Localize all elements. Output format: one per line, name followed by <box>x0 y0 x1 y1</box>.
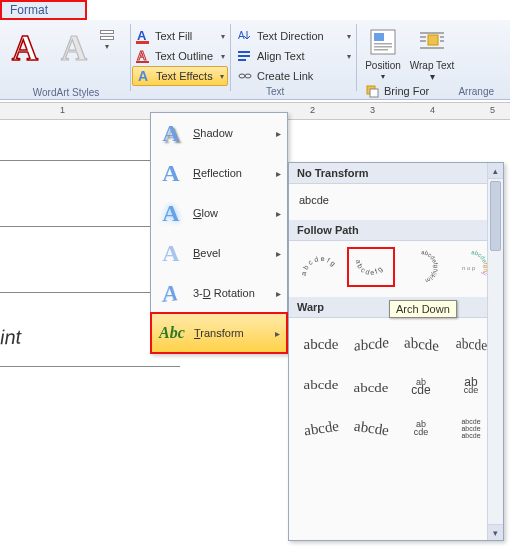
svg-rect-14 <box>374 46 392 48</box>
dropdown-arrow-icon: ▾ <box>220 72 224 81</box>
gallery-scrollbar[interactable]: ▴ ▾ <box>487 163 503 540</box>
text-fill-label: Text Fill <box>155 30 192 42</box>
svg-text:A: A <box>137 28 147 43</box>
warp-option[interactable]: abcde <box>347 324 395 364</box>
text-fill-icon: A <box>135 28 151 44</box>
svg-rect-12 <box>374 33 384 41</box>
menu-item-bevel[interactable]: A Bevel▸ <box>151 233 287 273</box>
svg-text:n o p: n o p <box>462 265 476 271</box>
svg-rect-22 <box>420 47 444 49</box>
arrange-group-label: Arrange <box>458 86 494 97</box>
svg-point-10 <box>245 74 251 78</box>
svg-rect-15 <box>374 49 388 51</box>
svg-rect-3 <box>136 61 149 63</box>
svg-rect-7 <box>238 55 250 57</box>
arch-down-icon: a b c d e f g <box>352 250 390 284</box>
svg-rect-13 <box>374 43 392 45</box>
svg-text:A: A <box>238 30 245 41</box>
no-transform-option[interactable]: abcde <box>289 184 503 220</box>
wordart-styles-group: A A ▾ WordArt Styles <box>2 26 130 98</box>
follow-path-arch-up[interactable]: a b c d e f g <box>297 247 345 287</box>
align-text-button[interactable]: Align Text ▾ <box>234 46 354 66</box>
svg-point-9 <box>239 74 245 78</box>
position-button[interactable]: Position ▾ <box>360 26 406 82</box>
warp-option[interactable]: abcde <box>397 408 445 448</box>
menu-item-transform[interactable]: Abc Transform▸ <box>151 313 287 353</box>
text-direction-icon: A <box>237 28 253 44</box>
text-style-column: A Text Fill ▾ A Text Outline ▾ A Text Ef… <box>132 26 228 86</box>
glow-icon: A <box>157 199 185 227</box>
bring-forward-label: Bring For <box>384 85 429 97</box>
dropdown-arrow-icon: ▾ <box>221 52 225 61</box>
text-outline-icon: A <box>135 48 151 64</box>
warp-option[interactable]: abcde <box>297 408 345 448</box>
svg-rect-1 <box>136 41 149 44</box>
svg-rect-6 <box>238 51 250 53</box>
svg-text:a b c d e f g: a b c d e f g <box>355 259 384 276</box>
text-group: A Text Direction ▾ Align Text ▾ Create L… <box>234 26 354 86</box>
bring-forward-button[interactable]: Bring For <box>362 82 434 100</box>
wordart-style-gray[interactable]: A <box>51 26 97 70</box>
create-link-label: Create Link <box>257 70 313 82</box>
follow-path-arch-down[interactable]: a b c d e f g <box>347 247 395 287</box>
warp-option[interactable]: abcde <box>297 324 345 364</box>
bring-forward-icon <box>364 83 380 99</box>
button-icon: abcdefghijn o p <box>452 250 490 284</box>
menu-item-3d-rotation[interactable]: A 3-D Rotation▸ <box>151 273 287 313</box>
create-link-button[interactable]: Create Link <box>234 66 354 86</box>
wrap-text-icon <box>416 26 448 58</box>
menu-item-shadow[interactable]: A Shadow▸ <box>151 113 287 153</box>
divider <box>130 24 131 91</box>
wrap-text-label: Wrap Text <box>410 60 455 71</box>
position-icon <box>367 26 399 58</box>
divider <box>356 24 357 91</box>
scroll-thumb[interactable] <box>490 181 501 251</box>
text-effects-icon: A <box>136 68 152 84</box>
svg-text:A: A <box>138 68 148 84</box>
dropdown-arrow-icon: ▾ <box>221 32 225 41</box>
scroll-up-button[interactable]: ▴ <box>488 163 503 179</box>
wordart-group-label: WordArt Styles <box>2 87 130 98</box>
menu-item-reflection[interactable]: A Reflection▸ <box>151 153 287 193</box>
text-outline-label: Text Outline <box>155 50 213 62</box>
text-effects-label: Text Effects <box>156 70 213 82</box>
reflection-icon: A <box>157 159 185 187</box>
warp-option[interactable]: abcde <box>347 408 395 448</box>
document-text: int <box>0 326 22 350</box>
svg-rect-16 <box>420 32 444 34</box>
dropdown-arrow-icon: ▾ <box>347 32 351 41</box>
text-group-label: Text <box>266 86 284 97</box>
text-direction-label: Text Direction <box>257 30 324 42</box>
svg-text:A: A <box>137 48 147 63</box>
shape-edge <box>0 366 180 367</box>
svg-rect-19 <box>440 36 444 38</box>
svg-text:a b c d e f g: a b c d e f g <box>302 255 337 276</box>
transform-gallery: No Transform abcde Follow Path a b c d e… <box>288 162 504 541</box>
text-outline-button[interactable]: A Text Outline ▾ <box>132 46 228 66</box>
svg-rect-8 <box>238 59 246 61</box>
align-text-icon <box>237 48 253 64</box>
menu-item-glow[interactable]: A Glow▸ <box>151 193 287 233</box>
follow-path-circle[interactable]: abcdefghijklm <box>397 247 445 287</box>
text-fill-button[interactable]: A Text Fill ▾ <box>132 26 228 46</box>
svg-rect-20 <box>420 40 426 42</box>
wordart-style-red[interactable]: A <box>2 26 48 70</box>
arch-up-icon: a b c d e f g <box>302 250 340 284</box>
warp-option[interactable]: abcde <box>397 324 445 364</box>
warp-option[interactable]: abcde <box>297 366 345 406</box>
bevel-icon: A <box>157 239 185 267</box>
wrap-text-button[interactable]: Wrap Text ▾ <box>409 26 455 82</box>
rotation-icon: A <box>157 279 185 307</box>
warp-option[interactable]: abcde <box>397 366 445 406</box>
scroll-down-button[interactable]: ▾ <box>488 524 503 540</box>
wordart-gallery-expand[interactable]: ▾ <box>100 30 114 51</box>
dropdown-arrow-icon: ▾ <box>347 52 351 61</box>
divider <box>230 24 231 91</box>
position-label: Position <box>360 60 406 71</box>
text-effects-button[interactable]: A Text Effects ▾ <box>132 66 228 86</box>
text-direction-button[interactable]: A Text Direction ▾ <box>234 26 354 46</box>
align-text-label: Align Text <box>257 50 305 62</box>
link-icon <box>237 68 253 84</box>
warp-option[interactable]: abcde <box>347 366 395 406</box>
transform-icon: Abc <box>158 319 186 347</box>
